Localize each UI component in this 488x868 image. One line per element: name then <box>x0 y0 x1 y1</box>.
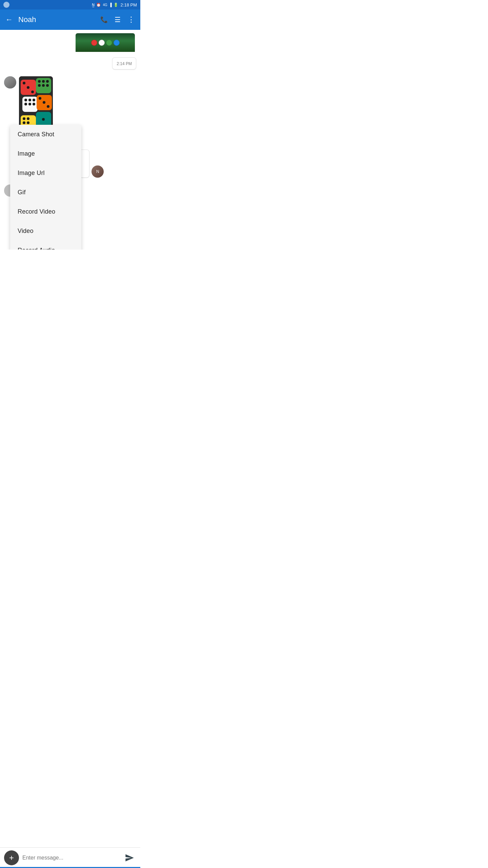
status-right: N̲ ⏰ 4G ▐ 🔋 2:18 PM <box>92 2 137 7</box>
svg-point-17 <box>28 103 31 105</box>
svg-point-22 <box>47 105 49 108</box>
avatar-image <box>4 76 16 88</box>
sent-image-billiards <box>4 33 136 52</box>
message-timestamp: 2:14 PM <box>4 57 136 70</box>
svg-point-11 <box>46 84 49 87</box>
chat-area: 2:14 PM <box>0 30 140 226</box>
list-icon[interactable]: ☰ <box>115 16 121 24</box>
svg-point-13 <box>24 99 27 101</box>
battery-icon: 🔋 <box>114 3 118 7</box>
avatar-initials: N <box>92 165 104 178</box>
sender-avatar <box>4 76 16 88</box>
svg-point-14 <box>28 99 31 101</box>
svg-point-24 <box>23 117 25 120</box>
svg-point-2 <box>23 82 25 84</box>
status-bar: N̲ ⏰ 4G ▐ 🔋 2:18 PM <box>0 0 140 9</box>
sent-time: 2:14 PM <box>117 61 132 66</box>
status-indicator <box>3 2 9 8</box>
svg-point-10 <box>42 84 45 87</box>
menu-item-record-video[interactable]: Record Video <box>10 202 81 221</box>
nfc-icon: N̲ <box>92 3 95 7</box>
lte-icon: 4G <box>103 3 107 7</box>
svg-point-29 <box>42 118 45 121</box>
attachment-menu: Camera Shot Image Image Url Gif Record V… <box>10 125 81 250</box>
svg-point-21 <box>43 101 45 104</box>
svg-point-8 <box>46 80 49 83</box>
svg-point-9 <box>38 84 41 87</box>
svg-point-25 <box>27 117 29 120</box>
app-bar: ← Noah 📞 ☰ ⋮ <box>0 9 140 30</box>
contact-name: Noah <box>18 15 95 24</box>
back-button[interactable]: ← <box>5 15 13 24</box>
svg-point-18 <box>33 103 35 105</box>
menu-item-video[interactable]: Video <box>10 221 81 241</box>
svg-point-7 <box>42 80 45 83</box>
svg-point-20 <box>39 97 41 100</box>
menu-item-record-audio[interactable]: Record Audio <box>10 241 81 250</box>
svg-point-26 <box>23 121 25 124</box>
sender-avatar-right: N <box>92 165 104 178</box>
call-icon[interactable]: 📞 <box>100 16 108 23</box>
svg-point-27 <box>27 121 29 124</box>
svg-point-3 <box>27 86 29 89</box>
status-left <box>3 2 9 8</box>
svg-point-15 <box>33 99 35 101</box>
time-display: 2:18 PM <box>121 2 137 7</box>
menu-item-image[interactable]: Image <box>10 144 81 163</box>
timestamp-bubble: 2:14 PM <box>112 57 136 70</box>
menu-item-camera-shot[interactable]: Camera Shot <box>10 125 81 144</box>
app-bar-actions: 📞 ☰ ⋮ <box>100 15 135 24</box>
signal-icon: ▐ <box>109 3 112 7</box>
svg-point-16 <box>24 103 27 105</box>
more-options-icon[interactable]: ⋮ <box>127 15 135 24</box>
svg-point-4 <box>31 91 34 93</box>
menu-item-gif[interactable]: Gif <box>10 183 81 202</box>
menu-item-image-url[interactable]: Image Url <box>10 163 81 183</box>
back-arrow-icon: ← <box>5 15 13 24</box>
alarm-icon: ⏰ <box>96 3 101 7</box>
svg-point-6 <box>38 80 41 83</box>
